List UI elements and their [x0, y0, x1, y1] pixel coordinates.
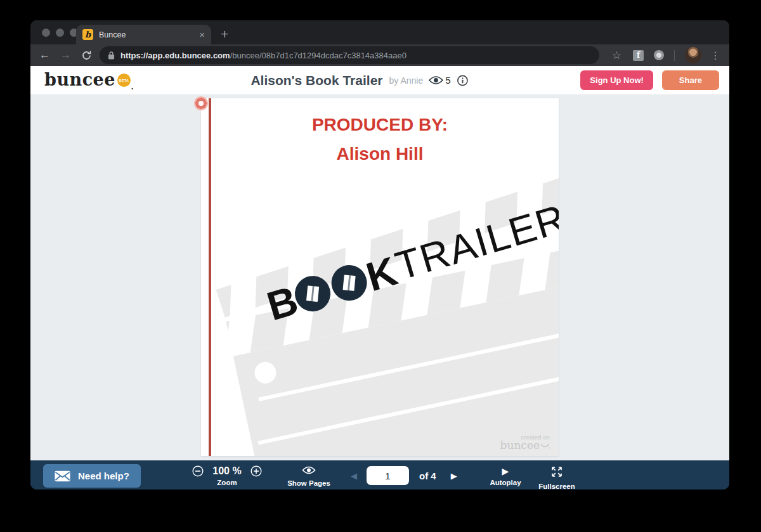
address-bar[interactable]: https://app.edu.buncee.com/buncee/08b7d1…: [100, 46, 599, 64]
tab-title: Buncee: [99, 30, 199, 39]
header-actions: Sign Up Now! Share: [580, 70, 719, 90]
back-icon[interactable]: ←: [39, 49, 50, 62]
buncee-favicon-icon: b: [82, 29, 93, 40]
bookmark-star-icon[interactable]: ☆: [612, 49, 621, 62]
browser-tab-bar: b Buncee × +: [30, 20, 729, 44]
window-controls: [42, 29, 78, 37]
slide-clip: B K TRAILER PRODUCED BY:: [201, 98, 559, 456]
slide-heading: PRODUCED BY: Alison Hill: [201, 98, 559, 169]
buncee-logo[interactable]: buncee BETA .: [44, 70, 134, 89]
extension-icon[interactable]: [654, 50, 664, 60]
slide-page-1: B K TRAILER PRODUCED BY:: [201, 98, 559, 456]
facebook-extension-icon[interactable]: f: [633, 50, 644, 61]
zoom-value: 100 %: [212, 465, 241, 477]
zoom-control: 100 % Zoom: [183, 465, 271, 486]
page-navigation: ◀ of 4 ▶: [351, 466, 457, 485]
fullscreen-expand-icon: [550, 465, 563, 478]
watermark-buncee: buncee: [500, 441, 540, 450]
share-button[interactable]: Share: [662, 70, 719, 90]
need-help-label: Need help?: [78, 470, 129, 481]
reload-icon[interactable]: [81, 50, 92, 61]
tab-close-icon[interactable]: ×: [199, 30, 205, 39]
page-number-input[interactable]: [367, 466, 409, 485]
minimize-window-button[interactable]: [56, 29, 64, 37]
info-icon[interactable]: [457, 75, 469, 86]
sign-up-button[interactable]: Sign Up Now!: [580, 70, 653, 90]
author-byline: by Annie: [389, 75, 424, 86]
zoom-label: Zoom: [183, 479, 271, 486]
logo-period: .: [131, 83, 134, 89]
play-icon: ▶: [480, 465, 531, 477]
show-pages-button[interactable]: Show Pages: [274, 465, 344, 487]
browser-toolbar: ← → https://app.edu.buncee.com/buncee/08…: [30, 44, 729, 66]
browser-menu-icon[interactable]: ⋮: [710, 49, 720, 62]
profile-avatar[interactable]: [685, 47, 701, 63]
forward-icon[interactable]: →: [60, 49, 71, 62]
fullscreen-label: Fullscreen: [528, 483, 585, 490]
autoplay-label: Autoplay: [480, 479, 531, 486]
app-header: buncee BETA . Alison's Book Trailer by A…: [30, 66, 729, 95]
deck-title-group: Alison's Book Trailer by Annie 5: [250, 73, 468, 88]
url-host: https://app.edu.buncee.com: [120, 51, 230, 60]
page-title: Alison's Book Trailer: [250, 73, 382, 88]
page-total-label: of 4: [419, 470, 436, 481]
url-path: /buncee/08b7d1c7d1294dcdac7c3814a384aae0: [230, 51, 407, 60]
browser-tab[interactable]: b Buncee ×: [76, 25, 211, 44]
zoom-out-icon[interactable]: [192, 465, 204, 477]
lock-icon: [108, 51, 115, 60]
fullscreen-button[interactable]: Fullscreen: [528, 464, 585, 490]
view-count: 5: [445, 75, 450, 86]
close-window-button[interactable]: [42, 29, 50, 37]
browser-window: b Buncee × + ← → https://app.edu.buncee.…: [30, 20, 729, 490]
zoom-in-icon[interactable]: [250, 465, 262, 477]
show-pages-label: Show Pages: [274, 479, 344, 487]
presentation-canvas: B K TRAILER PRODUCED BY:: [30, 95, 729, 460]
eye-icon: [302, 465, 316, 475]
previous-page-icon[interactable]: ◀: [351, 471, 357, 481]
eye-icon: [428, 75, 443, 85]
new-tab-button[interactable]: +: [221, 25, 228, 43]
produced-by-text: PRODUCED BY:: [201, 110, 559, 139]
beta-badge: BETA: [117, 74, 131, 87]
toolbar-divider: [674, 50, 675, 61]
ring-decoration: [194, 96, 208, 110]
envelope-icon: [55, 470, 70, 482]
autoplay-button[interactable]: ▶ Autoplay: [480, 465, 531, 486]
view-counter: 5: [428, 75, 450, 86]
author-text: Alison Hill: [201, 139, 559, 169]
watermark-swoosh-icon: [540, 443, 550, 449]
buncee-logo-text: buncee: [44, 70, 115, 89]
buncee-watermark: created on buncee: [500, 434, 550, 450]
viewer-toolbar: Need help? 100 % Zoom Show Pages ◀ of 4 …: [30, 460, 729, 490]
next-page-icon[interactable]: ▶: [451, 471, 457, 481]
need-help-button[interactable]: Need help?: [43, 464, 141, 488]
url-text: https://app.edu.buncee.com/buncee/08b7d1…: [120, 51, 407, 60]
